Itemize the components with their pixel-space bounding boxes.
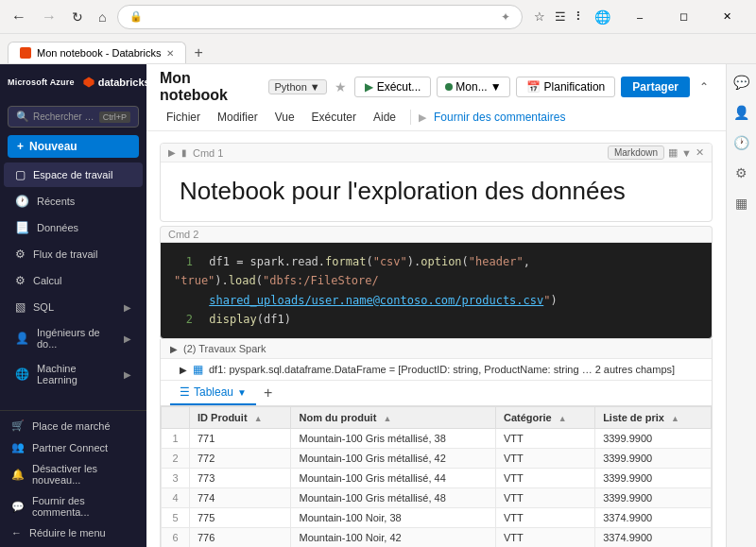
code-cell-body[interactable]: 1 df1 = spark.read.format("csv").option(… [160,242,713,340]
sidebar-item-recent[interactable]: 🕐 Récents [4,189,143,214]
active-tab[interactable]: Mon notebook - Databricks ✕ [8,42,186,63]
sidebar-item-sql[interactable]: ▧ SQL ▶ [4,295,143,319]
cell-cat: VTT [495,508,594,528]
star-button[interactable]: ★ [335,79,347,94]
cell-expand-icon[interactable]: ▶ [168,147,176,158]
cell-chart-btn[interactable]: ▦ [668,146,678,159]
sort-icon-name: ▲ [383,414,391,423]
nav-back-btn[interactable]: ← [8,5,30,29]
cell-price: 3374.9900 [595,528,712,547]
spark-jobs-row[interactable]: ▶ (2) Travaux Spark [161,339,712,359]
cell-header-cmd1: ▶ ▮ Cmd 1 Markdown ▦ ▼ ✕ [161,144,712,162]
tab-tableau[interactable]: ☰ Tableau ▼ [170,381,256,405]
history-icon-btn[interactable]: 🕐 [730,132,752,153]
lock-icon: 🔒 [129,10,143,23]
col-header-name[interactable]: Nom du produit ▲ [291,407,495,429]
heading-text: Notebook pour l'exploration des données [180,176,693,208]
menu-executer[interactable]: Exécuter [305,108,363,127]
nav-forward-btn[interactable]: → [38,5,60,29]
run-button[interactable]: ▶ Exécut... [354,77,432,97]
output-section: ▶ (2) Travaux Spark ▶ ▦ df1: pyspark.sql… [160,339,713,547]
compute-icon: ⚙ [15,274,26,287]
chart-icon-btn[interactable]: ▦ [732,193,750,214]
feedback-link[interactable]: Fournir des commentaires [434,111,565,124]
workspace-icon: ▢ [15,168,26,181]
table-icon: ☰ [180,385,190,399]
table-row: 5 775 Mountain-100 Noir, 38 VTT 3374.990… [162,508,712,528]
tab-close-icon[interactable]: ✕ [166,48,174,59]
play-icon: ▶ [365,80,373,94]
cell-cat: VTT [495,429,594,449]
sidebar-item-disable[interactable]: 🔔 Désactiver les nouveau... [0,458,146,490]
data-table: ID Produit ▲ Nom du produit ▲ [161,406,712,547]
sidebar-item-marketplace[interactable]: 🛒 Place de marché [0,415,146,436]
fav-icon[interactable]: ☆ [530,6,549,27]
edge-icon[interactable]: 🌐 [594,9,610,25]
person-icon-btn[interactable]: 👤 [730,102,752,123]
sort-icon-price: ▲ [671,414,679,423]
more-tools-icon[interactable]: ⠇ [572,6,589,27]
line-num-1: 1 [174,252,193,271]
search-icon: 🔍 [16,111,29,123]
marketplace-icon: 🛒 [11,419,25,432]
sidebar-item-partner[interactable]: 👥 Partner Connect [0,436,146,458]
table-tabs: ☰ Tableau ▼ + [161,381,712,406]
ml-icon: 🌐 [15,368,29,381]
menu-modifier[interactable]: Modifier [211,108,265,127]
add-view-button[interactable]: + [260,383,276,403]
cell-id: 775 [190,508,291,528]
menu-fichier[interactable]: Fichier [160,108,207,127]
dot-status-icon [445,83,453,91]
settings-icon-btn[interactable]: ⚙ [732,162,750,183]
monitor-button[interactable]: Mon... ▼ [437,77,509,97]
sidebar-item-reduce[interactable]: ← Réduire le menu [0,522,146,543]
close-btn[interactable]: ✕ [705,2,748,32]
nav-refresh-btn[interactable]: ↻ [68,6,87,28]
language-selector[interactable]: Python ▼ [268,79,327,94]
col-header-price[interactable]: Liste de prix ▲ [595,407,712,429]
nav-home-btn[interactable]: ⌂ [94,6,110,28]
sidebar-item-workspace[interactable]: ▢ Espace de travail [4,162,143,187]
cell-cat: VTT [495,488,594,508]
col-header-id[interactable]: ID Produit ▲ [190,407,291,429]
kbd-shortcut: Ctrl+P [99,111,130,123]
chat-icon-btn[interactable]: 💬 [730,72,752,93]
cell-down-btn[interactable]: ▼ [681,147,692,159]
new-button[interactable]: + Nouveau [8,135,139,158]
recent-icon: 🕐 [15,195,29,208]
cell-rownum: 3 [162,469,190,488]
new-tab-button[interactable]: + [188,43,208,63]
expand-icon2[interactable]: ▶ [180,365,187,375]
cell-collapse-icon[interactable]: ▮ [181,147,187,158]
sidebar-item-compute[interactable]: ⚙ Calcul [4,268,143,293]
table-row: 4 774 Mountain-100 Gris métallisé, 48 VT… [162,488,712,508]
azure-label: Microsoft Azure [8,77,75,87]
minimize-btn[interactable]: – [618,2,662,32]
maximize-btn[interactable]: ◻ [662,2,705,32]
sidebar-item-workflow[interactable]: ⚙ Flux de travail [4,242,143,266]
sidebar-item-engineers[interactable]: 👤 Ingénieurs de do... ▶ [4,321,143,355]
tab-title: Mon notebook - Databricks [37,47,161,59]
data-table-container: ID Produit ▲ Nom du produit ▲ [161,406,712,547]
share-button[interactable]: Partager [621,77,690,97]
cell-id: 773 [190,469,291,488]
feedback-l-icon: ▶ [419,111,426,124]
sidebar-item-feedback[interactable]: 💬 Fournir des commenta... [0,490,146,522]
schedule-button[interactable]: 📅 Planification [516,77,616,97]
chevron-down-icon2: ▼ [490,80,502,94]
cell-name: Mountain-100 Gris métallisé, 44 [291,469,495,488]
collections-icon[interactable]: ☲ [551,6,570,27]
sidebar-item-data[interactable]: 📃 Données [4,215,143,240]
cell-close-btn[interactable]: ✕ [696,146,704,159]
table-row: 1 771 Mountain-100 Gris métallisé, 38 VT… [162,429,712,449]
address-input[interactable]: https://adb-1363117955737105.5.azuredata… [146,11,497,23]
app-search-box[interactable]: 🔍 Rechercher des données, des notebooks,… [8,106,139,128]
data-icon: 📃 [15,221,29,234]
col-header-cat[interactable]: Catégorie ▲ [495,407,594,429]
cell-content-cmd1: Notebook pour l'exploration des données [161,162,712,221]
menu-aide[interactable]: Aide [367,108,403,127]
menu-vue[interactable]: Vue [268,108,301,127]
sidebar-item-ml[interactable]: 🌐 Machine Learning ▶ [4,357,143,391]
cell-rownum: 5 [162,508,190,528]
collapse-button[interactable]: ⌃ [696,78,713,95]
